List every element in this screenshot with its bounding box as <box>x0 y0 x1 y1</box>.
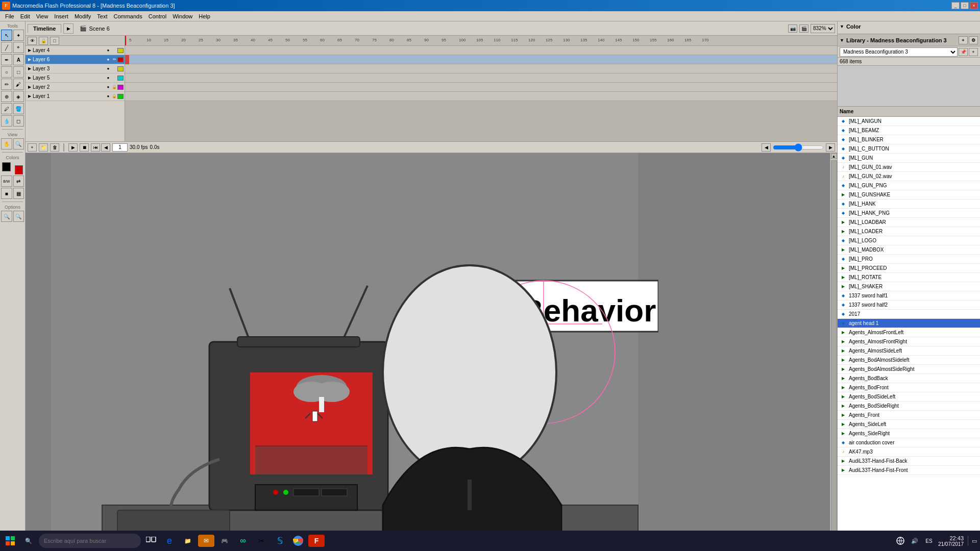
minimize-button[interactable]: _ <box>951 2 960 9</box>
bw-btn[interactable]: B/W <box>1 176 12 187</box>
menu-window[interactable]: Window <box>169 12 195 20</box>
task-view-btn[interactable] <box>143 533 159 549</box>
zoom-tool[interactable]: 🔍 <box>13 138 24 149</box>
menu-insert[interactable]: Insert <box>51 12 71 20</box>
library-item[interactable]: ◆[ML]_HANK_PNG <box>838 209 980 218</box>
library-list[interactable]: ◆[ML]_ANIGUN◆[ML]_BEAMZ◆[ML]_BLINKER◆[ML… <box>838 117 980 551</box>
stage-area[interactable]: Behavior! <box>26 153 837 551</box>
scroll-up-btn[interactable]: ▲ <box>831 153 837 159</box>
swap-colors-btn[interactable]: ⇄ <box>13 176 24 187</box>
library-item[interactable]: ◆[ML]_HANK <box>838 199 980 209</box>
timeline-scrollbar[interactable] <box>773 143 824 152</box>
layer-4-row[interactable]: ▶ Layer 4 ● <box>26 46 125 55</box>
library-item[interactable]: ◆1337 sword half2 <box>838 300 980 310</box>
library-item[interactable]: ▶Agents_BodAlmostSideRight <box>838 365 980 374</box>
solid-color-btn[interactable]: ■ <box>1 188 12 199</box>
flash-icon[interactable]: F <box>308 535 325 547</box>
layer-3-lock-icon[interactable] <box>111 66 117 72</box>
library-item[interactable]: ▶Agents_BodFront <box>838 383 980 392</box>
chrome-icon[interactable] <box>290 533 306 549</box>
hand-tool[interactable]: ✋ <box>1 138 12 149</box>
custom-icon-2[interactable]: ✂ <box>253 533 270 549</box>
layer-1-row[interactable]: ▶ Layer 1 ● 🔒 <box>26 92 125 101</box>
subselect-tool[interactable]: ✦ <box>13 30 24 41</box>
show-all-btn[interactable]: 👁 <box>28 37 37 45</box>
pen-tool[interactable]: ✒ <box>1 54 12 65</box>
lib-settings-btn[interactable]: ⚙ <box>969 36 978 44</box>
layer-3-row[interactable]: ▶ Layer 3 ● <box>26 64 125 73</box>
library-item[interactable]: ▶Agents_BodBack <box>838 374 980 383</box>
search-icon[interactable]: 🔍 <box>20 533 37 549</box>
stroke-color-swatch[interactable] <box>2 162 11 171</box>
layer-6-row[interactable]: ▶ Layer 6 ● ✏ <box>26 55 125 64</box>
zoom-select[interactable]: 832% 800% 400% 200% 100% <box>811 24 835 33</box>
library-item[interactable]: ▶[ML]_ROTATE <box>838 273 980 282</box>
layer-1-visible-icon[interactable]: ● <box>105 93 111 99</box>
scroll-right-btn[interactable]: ▶ <box>826 143 835 152</box>
lib-new-btn[interactable]: + <box>959 36 968 44</box>
gradient-btn[interactable]: ▦ <box>13 188 24 199</box>
frame-number-input[interactable] <box>112 143 128 152</box>
layer-4-lock-icon[interactable] <box>111 47 117 54</box>
taskbar-search-input[interactable] <box>39 534 141 548</box>
layer-2-lock-icon[interactable]: 🔒 <box>111 84 117 90</box>
menu-modify[interactable]: Modify <box>71 12 94 20</box>
menu-commands[interactable]: Commands <box>110 12 145 20</box>
frames-area[interactable] <box>125 46 837 141</box>
camera-btn[interactable]: 📷 <box>788 24 797 33</box>
play-btn[interactable]: ▶ <box>68 143 78 152</box>
library-item[interactable]: ◆air conduction cover <box>838 438 980 447</box>
scroll-thumb[interactable] <box>831 160 837 537</box>
mail-icon[interactable]: ✉ <box>198 535 214 547</box>
library-item[interactable]: ▶Agents_BodSideLeft <box>838 392 980 402</box>
library-item[interactable]: ▶[ML]_PROCEED <box>838 264 980 273</box>
eraser-tool[interactable]: ◻ <box>13 115 24 127</box>
add-layer-btn[interactable]: + <box>28 143 37 152</box>
library-item[interactable]: ◆[ML]_BLINKER <box>838 135 980 144</box>
library-item[interactable]: ▶Agents_SideRight <box>838 429 980 438</box>
library-item[interactable]: ◆2017 <box>838 310 980 319</box>
library-item[interactable]: ▶[ML]_MADBOX <box>838 245 980 255</box>
layer-1-lock-icon[interactable]: 🔒 <box>111 93 117 99</box>
layer-6-visible-icon[interactable]: ● <box>105 57 111 63</box>
library-item[interactable]: ▶Agents_BodSideRight <box>838 402 980 411</box>
library-item[interactable]: ▶Agents_SideLeft <box>838 420 980 429</box>
layer-2-row[interactable]: ▶ Layer 2 ● 🔒 <box>26 83 125 92</box>
show-desktop-btn[interactable]: ▭ <box>968 536 978 546</box>
timeline-tab[interactable]: Timeline <box>28 24 61 33</box>
timeline-toggle-btn[interactable]: ▶ <box>63 23 74 34</box>
stop-btn[interactable]: ⏹ <box>80 143 89 152</box>
library-item[interactable]: ▶Agents_AlmostFrontRight <box>838 337 980 346</box>
color-collapse-icon[interactable]: ▼ <box>840 24 844 29</box>
library-item[interactable]: ▶[ML]_GUNSHAKE <box>838 190 980 199</box>
pencil-tool[interactable]: ✏ <box>1 79 12 90</box>
menu-help[interactable]: Help <box>195 12 213 20</box>
paint-bucket-tool[interactable]: 🪣 <box>13 103 24 114</box>
outline-all-btn[interactable]: □ <box>50 37 59 45</box>
network-icon[interactable] <box>895 536 905 546</box>
library-item[interactable]: ◆[ML]_C_BUTTON <box>838 144 980 154</box>
library-item[interactable]: ◆[ML]_GUN_PNG <box>838 181 980 190</box>
prev-frame-btn[interactable]: ◀ <box>101 143 110 152</box>
library-item[interactable]: ▶[ML]_SHAKER <box>838 282 980 291</box>
library-item[interactable]: ◆[ML]_ANIGUN <box>838 117 980 126</box>
menu-file[interactable]: File <box>2 12 17 20</box>
titlebar-controls[interactable]: _ □ × <box>951 2 978 9</box>
lib-new2-btn[interactable]: + <box>969 48 978 56</box>
scene-btn[interactable]: 🎬 <box>799 24 808 33</box>
lasso-tool[interactable]: ⌖ <box>13 42 24 53</box>
start-button[interactable] <box>2 533 18 549</box>
games-icon[interactable]: 🎮 <box>216 533 233 549</box>
library-item[interactable]: ▶Agents_AlmostSideLeft <box>838 346 980 356</box>
library-item[interactable]: ◆1337 sword half1 <box>838 291 980 300</box>
eyedropper-tool[interactable]: 💧 <box>1 115 12 127</box>
layer-5-lock-icon[interactable] <box>111 75 117 81</box>
fill-transform-tool[interactable]: ◈ <box>13 91 24 102</box>
library-item[interactable]: ♪[ML]_GUN_01.wav <box>838 163 980 172</box>
zoom-out-btn[interactable]: 🔍 <box>13 211 24 222</box>
zoom-in-btn[interactable]: 🔍 <box>1 211 12 222</box>
custom-icon-1[interactable]: ∞ <box>235 533 251 549</box>
layer-3-visible-icon[interactable]: ● <box>105 66 111 72</box>
library-item[interactable]: ◆[ML]_LOGO <box>838 236 980 245</box>
menu-edit[interactable]: Edit <box>17 12 33 20</box>
